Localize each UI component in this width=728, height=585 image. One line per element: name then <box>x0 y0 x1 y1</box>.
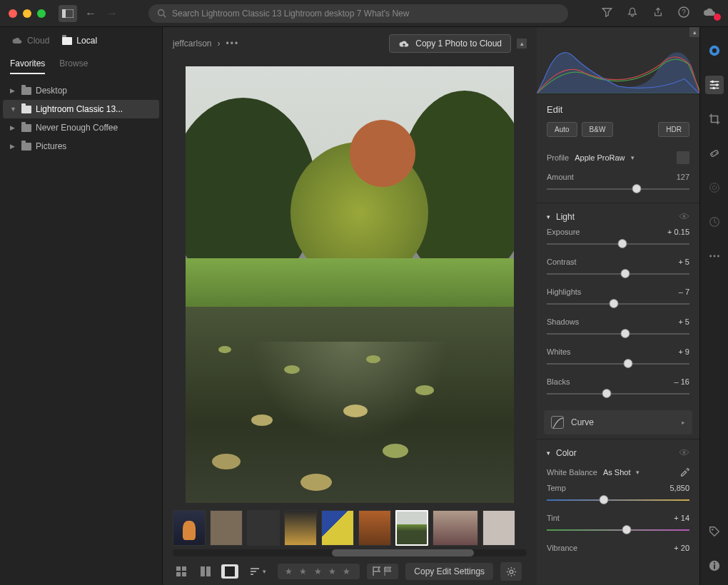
tint-slider[interactable] <box>547 524 689 536</box>
cloud-sync-status-icon[interactable] <box>699 7 719 19</box>
collapse-histogram-icon[interactable]: ▴ <box>689 27 699 37</box>
chevron-down-icon: ▾ <box>547 213 550 220</box>
tool-crop[interactable] <box>705 110 724 128</box>
section-color[interactable]: ▾ Color <box>537 439 699 462</box>
profile-row[interactable]: Profile Apple ProRaw ▾ <box>537 146 699 170</box>
eyedropper-icon[interactable] <box>679 467 689 478</box>
sort-icon <box>250 567 260 576</box>
help-icon[interactable]: ? <box>674 6 694 20</box>
exposure-slider[interactable] <box>547 238 689 250</box>
folder-label: Desktop <box>36 86 67 96</box>
filter-icon[interactable] <box>597 7 617 19</box>
svg-point-24 <box>709 183 719 193</box>
svg-point-29 <box>717 255 719 258</box>
folder-never-enough-coffee[interactable]: ▶ Never Enough Coffee <box>3 118 159 137</box>
chevron-down-icon: ▼ <box>10 106 17 113</box>
svg-rect-7 <box>182 566 186 571</box>
tint-param: Tint+ 14 <box>537 512 699 542</box>
tool-strip <box>699 27 728 585</box>
left-panel-toggle[interactable] <box>59 5 77 22</box>
svg-point-30 <box>712 529 713 530</box>
thumb-1[interactable] <box>173 510 206 546</box>
eye-icon[interactable] <box>679 212 689 222</box>
tool-more[interactable] <box>705 247 724 265</box>
svg-rect-12 <box>225 566 235 576</box>
temp-slider[interactable] <box>547 494 689 507</box>
folder-list: ▶ Desktop ▼ Lightroom Classic 13... ▶ Ne… <box>0 74 162 163</box>
eye-icon[interactable] <box>679 448 689 458</box>
tool-edit-sliders[interactable] <box>705 76 724 94</box>
tool-keywords[interactable] <box>705 522 724 541</box>
view-compare-button[interactable] <box>197 564 214 579</box>
svg-point-25 <box>712 185 716 189</box>
nav-forward[interactable]: → <box>104 7 120 20</box>
subtab-browse[interactable]: Browse <box>59 58 88 74</box>
collapse-top-icon[interactable]: ▴ <box>517 39 527 49</box>
thumb-2[interactable] <box>210 510 243 546</box>
photo-canvas[interactable] <box>163 60 537 505</box>
tool-info[interactable] <box>705 41 724 60</box>
view-grid-button[interactable] <box>173 564 190 579</box>
contrast-slider[interactable] <box>547 268 689 280</box>
sort-button[interactable]: ▾ <box>246 567 271 576</box>
curve-button[interactable]: Curve ▸ <box>544 410 692 434</box>
tool-metadata-info[interactable] <box>705 556 724 575</box>
source-tab-cloud[interactable]: Cloud <box>11 36 49 46</box>
zoom-window[interactable] <box>37 9 46 18</box>
breadcrumb-bar: jeffcarlson › ••• Copy 1 Photo to Cloud … <box>163 27 537 60</box>
minimize-window[interactable] <box>23 9 31 18</box>
folder-label: Pictures <box>36 141 66 151</box>
shadows-slider[interactable] <box>547 327 689 340</box>
amount-slider[interactable] <box>547 183 689 195</box>
close-window[interactable] <box>9 9 17 18</box>
amount-label: Amount <box>547 173 574 181</box>
highlights-slider[interactable] <box>547 297 689 310</box>
share-icon[interactable] <box>648 7 668 20</box>
source-tab-local[interactable]: Local <box>62 36 97 46</box>
edit-panel: ▴ Edit Auto B&W HDR Profile Apple ProRaw… <box>537 27 699 585</box>
flag-buttons[interactable] <box>367 564 398 579</box>
tool-versions[interactable] <box>705 213 724 231</box>
white-balance-row[interactable]: White Balance As Shot ▾ <box>537 462 699 482</box>
histogram[interactable]: ▴ <box>537 27 699 94</box>
filmstrip-scrollbar[interactable] <box>173 549 527 556</box>
tool-masking[interactable] <box>705 178 724 197</box>
folder-lightroom-classic[interactable]: ▼ Lightroom Classic 13... <box>3 100 159 118</box>
breadcrumb-path[interactable]: jeffcarlson <box>173 39 211 49</box>
thumb-9[interactable] <box>482 510 515 546</box>
panel-icon <box>62 9 74 18</box>
view-detail-button[interactable] <box>221 564 238 579</box>
sync-alert-badge <box>714 14 721 21</box>
blacks-slider[interactable] <box>547 387 689 400</box>
svg-rect-1 <box>62 9 66 18</box>
nav-back[interactable]: ← <box>83 7 98 20</box>
profile-browser-icon[interactable] <box>677 151 689 164</box>
copy-to-cloud-button[interactable]: Copy 1 Photo to Cloud <box>389 34 511 53</box>
thumb-3[interactable] <box>247 510 280 546</box>
breadcrumb-more-icon[interactable]: ••• <box>226 39 239 49</box>
folder-pictures[interactable]: ▶ Pictures <box>3 137 159 156</box>
rating-stars[interactable]: ★ ★ ★ ★ ★ <box>278 564 360 579</box>
folder-desktop[interactable]: ▶ Desktop <box>3 81 159 100</box>
thumb-6[interactable] <box>358 510 391 546</box>
subtab-favorites[interactable]: Favorites <box>10 58 45 74</box>
thumb-8[interactable] <box>433 510 478 546</box>
notifications-icon[interactable] <box>622 7 642 20</box>
section-light[interactable]: ▾ Light <box>537 203 699 226</box>
thumb-7-selected[interactable] <box>395 510 428 546</box>
svg-point-19 <box>715 83 718 86</box>
bw-button[interactable]: B&W <box>582 122 614 137</box>
whites-slider[interactable] <box>547 357 689 370</box>
settings-gear-button[interactable] <box>500 562 522 581</box>
contrast-param: Contrast+ 5 <box>537 256 699 286</box>
thumb-4[interactable] <box>284 510 317 546</box>
search-bar[interactable]: Search Lightroom Classic 13 Lightroom de… <box>148 4 568 23</box>
thumb-5[interactable] <box>321 510 354 546</box>
auto-button[interactable]: Auto <box>547 122 577 137</box>
svg-point-15 <box>683 451 686 454</box>
folder-icon <box>21 87 31 95</box>
hdr-button[interactable]: HDR <box>658 122 689 137</box>
tool-healing[interactable] <box>705 144 724 163</box>
folder-icon <box>21 143 31 151</box>
copy-edit-settings-button[interactable]: Copy Edit Settings <box>405 563 493 580</box>
